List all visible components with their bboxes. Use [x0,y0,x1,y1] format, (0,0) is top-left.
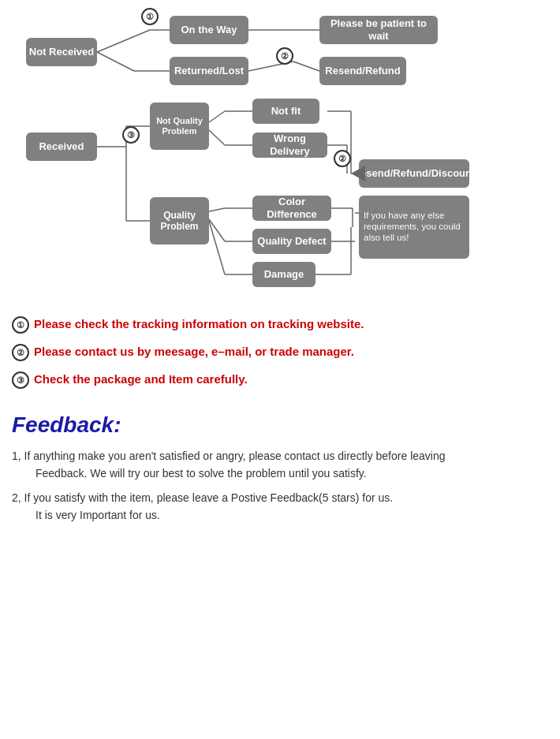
feedback-section: Feedback: 1, If anything make you aren't… [12,412,548,524]
circle-1-top: ① [141,8,159,25]
svg-line-0 [97,30,150,52]
feedback-item-1: 1, If anything make you aren't satisfied… [12,447,548,483]
node-quality-problem: Quality Problem [150,197,209,244]
svg-line-2 [97,52,134,71]
inst-num-3: ③ [12,371,29,389]
feedback-item-2: 2, If you satisfy with the item, please … [12,489,548,524]
inst-text-3: Check the package and Item carefully. [34,371,248,387]
svg-line-17 [209,219,225,241]
inst-num-2: ② [12,344,29,361]
instruction-3: ③ Check the package and Item carefully. [12,371,548,389]
instruction-2: ② Please contact us by meesage, e–mail, … [12,343,548,361]
node-returned-lost: Returned/Lost [170,57,248,85]
inst-text-1: Please check the tracking information on… [34,315,364,332]
node-on-the-way: On the Way [170,16,248,44]
node-color-diff: Color Difference [252,196,331,221]
instruction-1: ① Please check the tracking information … [12,315,548,334]
instructions-section: ① Please check the tracking information … [12,315,548,389]
node-damage: Damage [252,262,315,287]
feedback-item-2-sub: It is very Important for us. [35,506,548,524]
feedback-item-2-main: 2, If you satisfy with the item, please … [12,489,548,506]
svg-marker-32 [351,166,365,181]
inst-num-1: ① [12,316,29,334]
feedback-item-1-sub: Feedback. We will try our best to solve … [35,465,548,482]
inst-text-2: Please contact us by meesage, e–mail, or… [34,343,354,360]
circle-2-top: ② [276,47,293,65]
feedback-title: Feedback: [12,412,548,438]
node-else-req: If you have any else requirements, you c… [359,196,469,259]
node-received: Received [26,132,97,161]
svg-line-15 [209,208,225,211]
node-wrong-delivery: Wrong Delivery [252,132,327,158]
node-patient: Please be patient to wait [319,16,438,44]
node-not-received: Not Received [26,38,97,66]
node-not-quality: Not Quality Problem [150,103,209,150]
svg-line-13 [209,130,225,145]
node-quality-defect: Quality Defect [252,229,331,254]
node-resend-discount: Resend/Refund/Discount [359,159,469,188]
node-not-fit: Not fit [252,99,319,124]
svg-line-19 [209,221,225,274]
circle-3: ③ [122,126,140,144]
node-resend-refund-1: Resend/Refund [319,57,406,85]
arrow-pointer [351,166,365,181]
svg-line-6 [293,62,319,71]
feedback-item-1-main: 1, If anything make you aren't satisfied… [12,447,548,465]
circle-2-mid: ② [334,150,351,167]
flowchart: ① ② ③ ② Not Received On the Way Returned… [12,8,548,308]
svg-line-11 [209,111,225,122]
